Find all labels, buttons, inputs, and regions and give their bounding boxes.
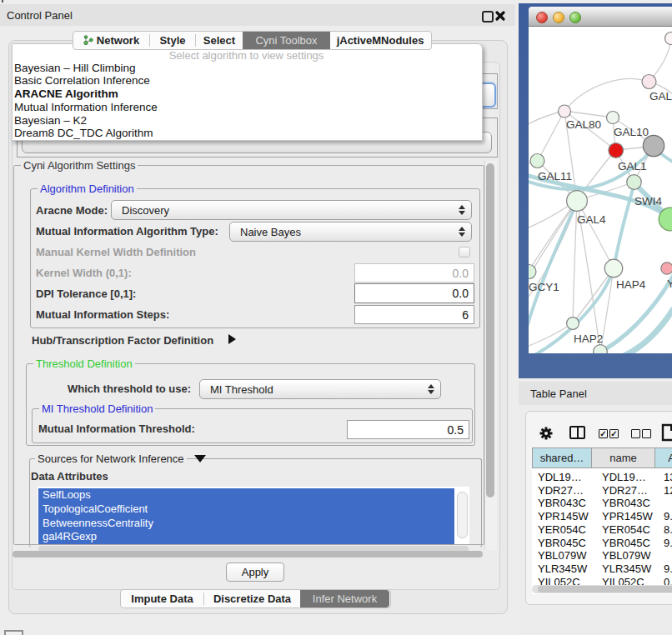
svg-text:GAL4: GAL4 [577,213,606,226]
svg-text:GAL11: GAL11 [538,170,572,182]
svg-text:HAP2: HAP2 [574,332,603,345]
svg-text:GAL7: GAL7 [649,90,672,102]
svg-text:HAP4: HAP4 [616,278,646,291]
svg-text:GCY1: GCY1 [529,281,559,293]
svg-text:GAL80: GAL80 [566,118,601,131]
svg-text:GAL1: GAL1 [618,160,647,172]
svg-text:Y: Y [667,278,672,290]
svg-text:SWI4: SWI4 [634,195,662,208]
svg-text:GAL10: GAL10 [614,126,649,138]
